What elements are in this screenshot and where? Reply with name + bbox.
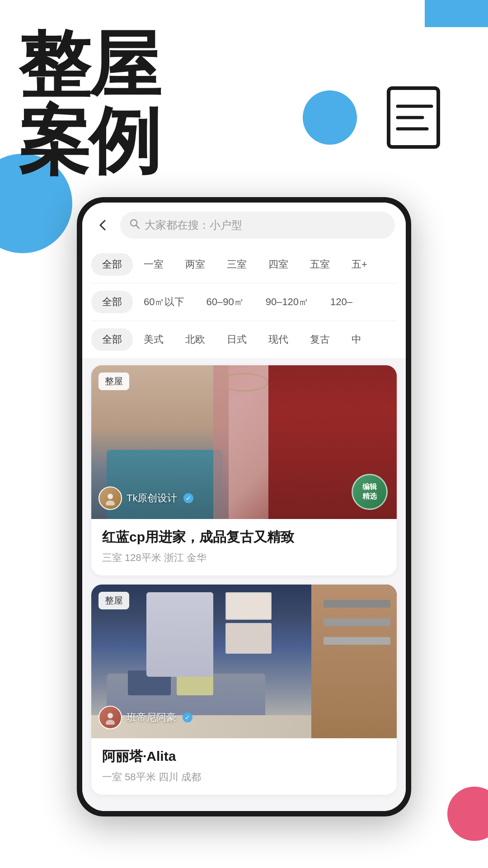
verify-icon-2: ✓ [183, 712, 192, 722]
card-1-info: 红蓝cp用进家，成品复古又精致 三室 128平米 浙江 金华 [91, 519, 397, 576]
card-2-designer: 班帝尼阿豪 ✓ [99, 706, 192, 729]
phone-header: 大家都在搜：小户型 [82, 203, 406, 246]
card-1[interactable]: 整屋 编辑 精选 Tk原创设计 [91, 365, 397, 576]
filter-tag-all-room[interactable]: 全部 [91, 253, 133, 276]
filter-tag-more-room[interactable]: 五+ [341, 253, 378, 276]
filter-tag-american[interactable]: 美式 [133, 328, 174, 351]
card-2-badge: 整屋 [99, 592, 129, 609]
search-bar[interactable]: 大家都在搜：小户型 [120, 212, 395, 239]
back-button[interactable] [93, 215, 113, 235]
card-1-image: 整屋 编辑 精选 Tk原创设计 [91, 365, 397, 519]
svg-point-6 [108, 494, 113, 499]
filter-tag-modern[interactable]: 现代 [258, 328, 299, 351]
card-1-designer: Tk原创设计 ✓ [99, 486, 193, 510]
card-1-title: 红蓝cp用进家，成品复古又精致 [102, 528, 386, 546]
filter-tag-4room[interactable]: 四室 [258, 253, 299, 276]
editor-pick-line2: 精选 [362, 492, 377, 501]
editor-pick-line1: 编辑 [362, 482, 377, 492]
card-2-designer-name: 班帝尼阿豪 [127, 711, 176, 724]
filter-tag-chinese[interactable]: 中 [341, 328, 372, 351]
search-placeholder: 大家都在搜：小户型 [145, 218, 242, 232]
content-area: 整屋 编辑 精选 Tk原创设计 [82, 358, 406, 811]
card-1-avatar [99, 486, 122, 510]
filter-row-style: 全部 美式 北欧 日式 现代 复古 中 [91, 321, 397, 358]
search-icon [129, 218, 140, 232]
filter-tag-120plus[interactable]: 120– [319, 292, 363, 312]
filter-tag-60-90[interactable]: 60–90㎡ [195, 291, 254, 313]
card-2-avatar [99, 706, 122, 729]
svg-point-9 [106, 720, 115, 725]
card-2-title: 阿丽塔·Alita [102, 747, 386, 765]
card-2-meta: 一室 58平米 四川 成都 [102, 770, 386, 784]
filter-tag-90-120[interactable]: 90–120㎡ [255, 291, 319, 313]
phone-frame: 大家都在搜：小户型 全部 一室 两室 三室 四室 五室 五+ 全部 [77, 197, 411, 816]
card-1-badge: 整屋 [99, 373, 129, 390]
editor-pick-badge: 编辑 精选 [352, 474, 388, 510]
filter-tag-1room[interactable]: 一室 [133, 253, 174, 276]
svg-line-5 [136, 226, 140, 229]
filter-tag-3room[interactable]: 三室 [216, 253, 258, 276]
filter-tag-nordic[interactable]: 北欧 [174, 328, 216, 351]
svg-point-8 [108, 713, 113, 718]
card-2-info: 阿丽塔·Alita 一室 58平米 四川 成都 [91, 738, 397, 795]
card-2[interactable]: 整屋 班帝尼阿豪 ✓ [91, 585, 397, 795]
phone-mockup: 大家都在搜：小户型 全部 一室 两室 三室 四室 五室 五+ 全部 [0, 197, 488, 816]
filter-tag-all-style[interactable]: 全部 [91, 328, 133, 351]
phone-screen: 大家都在搜：小户型 全部 一室 两室 三室 四室 五室 五+ 全部 [82, 203, 406, 811]
filter-tag-japanese[interactable]: 日式 [216, 328, 258, 351]
card-1-designer-name: Tk原创设计 [127, 491, 177, 505]
filter-section: 全部 一室 两室 三室 四室 五室 五+ 全部 60㎡以下 60–90㎡ 90–… [82, 246, 406, 358]
card-2-image: 整屋 班帝尼阿豪 ✓ [91, 585, 397, 738]
filter-tag-all-area[interactable]: 全部 [91, 291, 133, 313]
card-1-meta: 三室 128平米 浙江 金华 [102, 551, 386, 565]
filter-tag-2room[interactable]: 两室 [174, 253, 216, 276]
svg-point-7 [106, 500, 115, 505]
document-icon [380, 81, 452, 154]
filter-row-room: 全部 一室 两室 三室 四室 五室 五+ [91, 246, 397, 283]
filter-tag-retro[interactable]: 复古 [299, 328, 341, 351]
verify-icon-1: ✓ [183, 493, 193, 503]
filter-row-area: 全部 60㎡以下 60–90㎡ 90–120㎡ 120– [91, 283, 397, 321]
filter-tag-60below[interactable]: 60㎡以下 [133, 291, 195, 313]
filter-tag-5room[interactable]: 五室 [299, 253, 341, 276]
